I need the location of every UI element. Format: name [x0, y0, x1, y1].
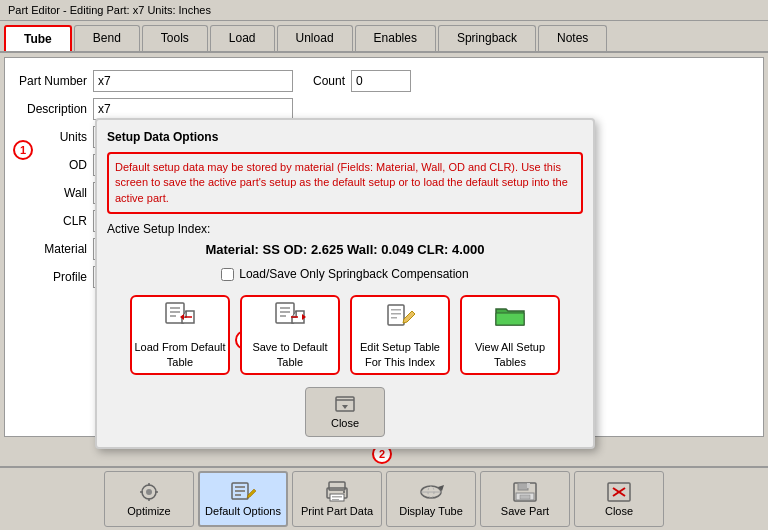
edit-setup-table-label: Edit Setup Table For This Index — [352, 340, 448, 369]
view-all-setup-tables-button[interactable]: View All Setup Tables — [460, 295, 560, 375]
svg-rect-18 — [391, 313, 401, 315]
tab-notes[interactable]: Notes — [538, 25, 607, 51]
svg-rect-38 — [332, 496, 342, 498]
optimize-icon — [136, 481, 162, 505]
svg-rect-17 — [391, 309, 401, 311]
modal-title: Setup Data Options — [107, 130, 583, 144]
tab-enables[interactable]: Enables — [355, 25, 436, 51]
print-part-data-button[interactable]: Print Part Data — [292, 471, 382, 527]
svg-rect-49 — [520, 495, 530, 499]
tab-bend[interactable]: Bend — [74, 25, 140, 51]
modal-close-button[interactable]: Close — [305, 387, 385, 437]
count-input[interactable] — [351, 70, 411, 92]
modal-setup-info: Material: SS OD: 2.625 Wall: 0.049 CLR: … — [107, 242, 583, 257]
display-tube-icon — [418, 481, 444, 505]
description-row: Description — [13, 98, 755, 120]
part-number-row: Part Number Count — [13, 70, 755, 92]
tab-springback[interactable]: Springback — [438, 25, 536, 51]
load-from-default-table-button[interactable]: Load From Default Table — [130, 295, 230, 375]
display-tube-button[interactable]: Display Tube — [386, 471, 476, 527]
svg-rect-10 — [280, 311, 290, 313]
edit-setup-table-button[interactable]: Edit Setup Table For This Index — [350, 295, 450, 375]
modal-active-setup-label: Active Setup Index: — [107, 222, 583, 236]
svg-rect-32 — [235, 490, 245, 492]
save-part-label: Save Part — [501, 505, 549, 517]
bottom-toolbar: Optimize Default Options Print — [0, 466, 768, 530]
svg-rect-46 — [518, 483, 528, 490]
count-label: Count — [313, 74, 345, 88]
svg-rect-2 — [170, 311, 180, 313]
modal-dialog: Setup Data Options Default setup data ma… — [95, 118, 595, 449]
badge-1: 1 — [13, 140, 33, 160]
close-button[interactable]: Close — [574, 471, 664, 527]
main-content: 1 Part Number Count Description Units OD… — [4, 57, 764, 437]
od-label: OD — [13, 158, 93, 172]
tab-tools[interactable]: Tools — [142, 25, 208, 51]
modal-close-label: Close — [331, 417, 359, 429]
title-bar: Part Editor - Editing Part: x7 Units: In… — [0, 0, 768, 21]
load-icon — [164, 301, 196, 336]
tab-bar: Tube Bend Tools Load Unload Enables Spri… — [0, 21, 768, 53]
svg-rect-33 — [235, 494, 241, 496]
material-label: Material — [13, 242, 93, 256]
default-options-label: Default Options — [205, 505, 281, 517]
close-toolbar-icon — [606, 481, 632, 505]
svg-rect-3 — [170, 315, 176, 317]
svg-rect-9 — [280, 307, 290, 309]
optimize-label: Optimize — [127, 505, 170, 517]
wall-label: Wall — [13, 186, 93, 200]
save-icon — [274, 301, 306, 336]
svg-rect-19 — [391, 317, 397, 319]
close-toolbar-label: Close — [605, 505, 633, 517]
save-part-icon — [512, 481, 538, 505]
tab-unload[interactable]: Unload — [277, 25, 353, 51]
close-icon — [334, 395, 356, 417]
svg-rect-47 — [527, 483, 530, 488]
title-text: Part Editor - Editing Part: x7 Units: In… — [8, 4, 211, 16]
part-number-label: Part Number — [13, 74, 93, 88]
tab-load[interactable]: Load — [210, 25, 275, 51]
svg-rect-11 — [280, 315, 286, 317]
svg-rect-1 — [170, 307, 180, 309]
profile-label: Profile — [13, 270, 93, 284]
modal-close-row: Close — [107, 387, 583, 437]
save-to-default-label: Save to Default Table — [242, 340, 338, 369]
tab-tube[interactable]: Tube — [4, 25, 72, 51]
edit-icon — [384, 301, 416, 336]
save-part-button[interactable]: Save Part — [480, 471, 570, 527]
print-part-data-label: Print Part Data — [301, 505, 373, 517]
save-to-default-table-button[interactable]: Save to Default Table — [240, 295, 340, 375]
clr-label: CLR — [13, 214, 93, 228]
display-tube-label: Display Tube — [399, 505, 463, 517]
part-number-input[interactable] — [93, 70, 293, 92]
springback-label: Load/Save Only Springback Compensation — [239, 267, 468, 281]
description-input[interactable] — [93, 98, 293, 120]
svg-rect-31 — [235, 486, 245, 488]
svg-rect-16 — [388, 305, 404, 325]
modal-buttons: Load From Default Table Sa — [107, 295, 583, 375]
svg-rect-35 — [329, 482, 345, 490]
default-options-button[interactable]: Default Options — [198, 471, 288, 527]
default-options-icon — [230, 481, 256, 505]
optimize-button[interactable]: Optimize — [104, 471, 194, 527]
svg-point-29 — [146, 489, 152, 495]
folder-icon — [494, 301, 526, 336]
svg-marker-23 — [342, 405, 348, 409]
load-from-default-label: Load From Default Table — [132, 340, 228, 369]
svg-point-40 — [343, 491, 345, 493]
modal-info-text: Default setup data may be stored by mate… — [107, 152, 583, 214]
modal-checkbox-row: Load/Save Only Springback Compensation — [107, 267, 583, 281]
springback-checkbox[interactable] — [221, 268, 234, 281]
print-icon — [324, 481, 350, 505]
description-label: Description — [13, 102, 93, 116]
view-all-tables-label: View All Setup Tables — [462, 340, 558, 369]
svg-rect-39 — [332, 499, 339, 501]
